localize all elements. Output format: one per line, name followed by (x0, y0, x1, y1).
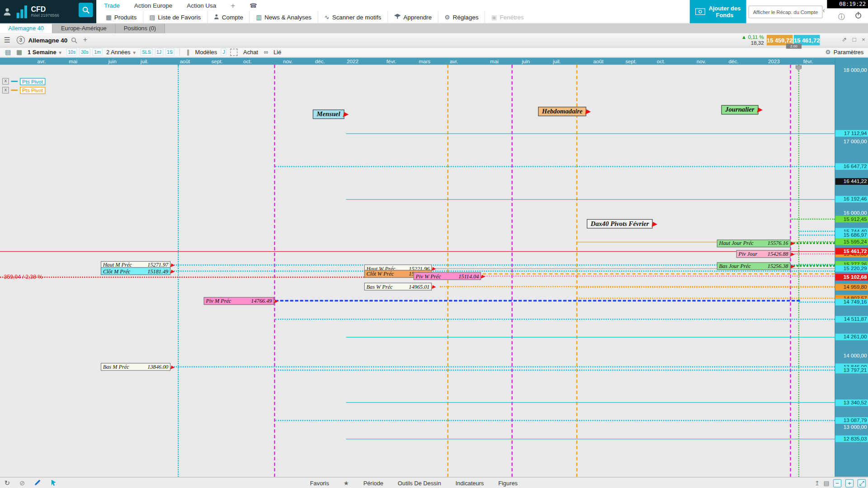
models-menu[interactable]: Modèles (195, 49, 217, 56)
chart-pivot-line[interactable] (346, 438, 835, 439)
tf-10s-button[interactable]: 10s (66, 48, 77, 56)
chart-pivot-line[interactable] (346, 337, 835, 337)
chart-label[interactable]: Journalier▶ (722, 105, 759, 114)
chart-pivot-line[interactable] (172, 366, 835, 367)
tf-1m-button[interactable]: 1m (93, 48, 103, 56)
chart-pivot-line[interactable] (799, 235, 835, 236)
add-funds-button[interactable]: Ajouter des Fonds (690, 0, 746, 23)
fit-screen-button[interactable]: ⤢ (858, 479, 866, 487)
menu-scanner[interactable]: ∿Scanner de motifs (318, 11, 387, 23)
menu-periode[interactable]: Période (363, 480, 383, 487)
chart-pivot-line[interactable] (275, 300, 800, 302)
chart-label[interactable]: Bas W Préc14965.01▶ (364, 283, 432, 291)
chart-pivot-line[interactable] (799, 230, 835, 231)
chart-pivot-line[interactable] (799, 302, 835, 303)
link-icon[interactable]: ∞ (264, 49, 268, 56)
tab-allemagne-40[interactable]: Allemagne 40 (0, 23, 53, 33)
cursor-icon[interactable] (51, 478, 57, 488)
zoom-out-button[interactable]: − (833, 479, 841, 487)
range-1j-button[interactable]: 1J (155, 48, 163, 56)
chart-pivot-line[interactable] (791, 253, 835, 254)
chart-label[interactable]: Piv M Préc14766.49▶ (204, 297, 274, 305)
chart-pivot-line[interactable] (275, 420, 835, 421)
menu-compte[interactable]: Compte (207, 11, 250, 23)
timeframe-select[interactable]: 1 Semaine ▼ (28, 49, 62, 56)
chart-plot[interactable]: XPts PivotXPts Pivot Mensuel▶Hebdomadair… (0, 65, 835, 477)
menu-news[interactable]: ▥News & Analyses (249, 11, 317, 23)
chart-label[interactable]: Piv W Préc15114.04▶ (414, 272, 481, 280)
tab-action-europe[interactable]: Action Europe (134, 2, 173, 9)
price-axis[interactable]: 18 000,0017 112,9417 000,0016 647,7216 4… (835, 57, 868, 477)
menu-reglages[interactable]: ⚙Réglages (438, 11, 485, 23)
export-icon[interactable]: ↥ (815, 479, 820, 487)
popout-icon[interactable]: ⇗ (842, 36, 847, 43)
time-axis[interactable]: avr.maijuinjuil.aoûtsept.oct.nov.déc.202… (0, 57, 868, 65)
tab-europe-amerique[interactable]: Europe-Amérique (53, 23, 116, 33)
chart-label[interactable]: Clôt M Préc15181.49▶ (101, 267, 170, 275)
chart-pivot-line[interactable] (433, 273, 835, 274)
account-summary-button[interactable]: Afficher le Récap. du Compte (749, 5, 823, 18)
menu-favoris-bottom[interactable]: Favoris (310, 480, 329, 487)
chart-pivot-line[interactable] (346, 403, 835, 403)
chart-label[interactable]: Bas M Préc13846.00▶ (101, 363, 170, 371)
chart-pivot-line[interactable] (577, 286, 835, 287)
tf-30s-button[interactable]: 30s (80, 48, 90, 56)
refresh-icon[interactable]: ↻ (5, 479, 10, 487)
range-sls-button[interactable]: SLS (140, 48, 152, 56)
marker-handle[interactable] (796, 65, 802, 70)
user-icon[interactable] (0, 7, 14, 16)
power-icon[interactable] (855, 12, 862, 21)
range-select[interactable]: 2 Années ▼ (106, 49, 137, 56)
chart-pivot-line[interactable] (275, 166, 835, 167)
chart-pivot-line[interactable] (346, 199, 835, 199)
linked-button[interactable]: Lié (274, 49, 281, 56)
chart-label[interactable]: 359,04 / 2,38 % (2, 273, 44, 281)
chart-pivot-line[interactable] (0, 251, 835, 252)
instrument-selector[interactable]: 3 Allemagne 40 (17, 35, 78, 45)
close-icon[interactable]: X (2, 87, 9, 94)
chart-label[interactable]: Dax40 Pivots Février▶ (587, 219, 653, 229)
hamburger-icon[interactable]: ☰ (4, 36, 10, 44)
star-icon[interactable]: ★ (344, 479, 349, 487)
add-workspace-button[interactable]: + (231, 1, 235, 10)
legend-label[interactable]: Pts Pivot (20, 78, 45, 85)
menu-favoris[interactable]: ▤Liste de Favoris (143, 11, 207, 23)
tab-action-usa[interactable]: Action Usa (187, 2, 216, 9)
chart-pivot-line[interactable] (791, 219, 835, 220)
chart-label[interactable]: Haut Jour Préc15576.16▶ (717, 239, 791, 247)
chart-pivot-line[interactable] (275, 370, 835, 371)
chart-label[interactable]: Mensuel▶ (313, 109, 344, 119)
phone-icon[interactable]: ☎ (250, 2, 257, 9)
disable-drawing-icon[interactable]: ⊘ (19, 479, 25, 487)
collapse-chevron-icon[interactable]: ‹ (823, 6, 825, 14)
tab-positions[interactable]: Positions (0) (115, 23, 165, 33)
pencil-icon[interactable] (34, 478, 41, 488)
legend-label[interactable]: Pts Pivot (20, 87, 45, 94)
snapshot-icon[interactable]: ▤ (824, 479, 830, 487)
buy-mode-button[interactable]: Achat (243, 49, 258, 56)
close-icon[interactable]: × (862, 36, 865, 43)
chart-pivot-line[interactable] (275, 319, 835, 319)
chart-pivot-line[interactable] (577, 298, 835, 299)
chart-pivot-line[interactable] (791, 242, 835, 244)
selection-tool-icon[interactable] (231, 48, 238, 56)
tab-trade[interactable]: Trade (104, 2, 120, 9)
chart-label[interactable]: Piv Jour15426.88▶ (736, 250, 791, 258)
menu-apprendre[interactable]: Apprendre (387, 11, 438, 23)
layout-grid-icon[interactable]: ▦ (16, 48, 22, 56)
add-chart-tab-button[interactable]: + (83, 35, 87, 43)
chart-label[interactable]: Hebdomadaire▶ (538, 107, 586, 116)
menu-indicateurs[interactable]: Indicateurs (455, 480, 484, 487)
page-list-icon[interactable]: ▤ (5, 48, 11, 56)
chart-pivot-line[interactable] (172, 271, 835, 272)
j-button[interactable]: J (221, 48, 227, 56)
close-icon[interactable]: X (2, 78, 9, 85)
menu-figures[interactable]: Figures (498, 480, 518, 487)
menu-produits[interactable]: ▦Produits (99, 11, 142, 23)
chart-pivot-line[interactable] (481, 276, 835, 277)
chart-pivot-line[interactable] (791, 265, 835, 267)
chart-label[interactable]: Bas Jour Préc15256.38▶ (717, 262, 791, 270)
search-button[interactable] (79, 3, 93, 17)
menu-outils-de-dessin[interactable]: Outils De Dessin (398, 480, 441, 487)
range-1s-button[interactable]: 1S (165, 48, 175, 56)
